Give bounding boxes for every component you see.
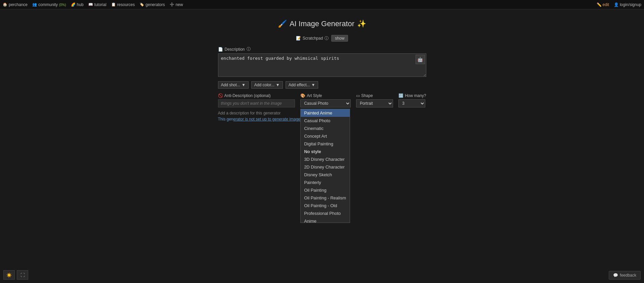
add-effect-chevron: ▼	[311, 83, 315, 87]
dropdown-item-painterly[interactable]: Painterly	[301, 179, 350, 186]
hub-icon: 🌈	[71, 2, 76, 7]
scratchpad-info-icon: ⓘ	[325, 36, 329, 41]
nav-tutorial[interactable]: 📖 tutorial	[88, 2, 106, 7]
art-style-icon: 🎨	[300, 93, 305, 98]
home-icon: 🏠	[3, 2, 7, 7]
how-many-label-text: How many?	[405, 93, 426, 98]
dropdown-item-anime[interactable]: Anime	[301, 217, 350, 223]
how-many-select[interactable]: 1 2 3 4 5	[398, 99, 425, 107]
nav-edit[interactable]: ✏️ edit	[597, 2, 609, 7]
nav-perchance[interactable]: 🏠 perchance	[3, 2, 28, 7]
add-shot-label: Add shot...	[221, 83, 240, 87]
nav-community[interactable]: 👥 community (0%)	[32, 2, 66, 7]
nav-login[interactable]: 👤 login/signup	[614, 2, 641, 7]
shape-group: ▭ Shape Portrait Landscape Square	[356, 93, 393, 107]
anti-desc-label-text: Anti-Description (optional)	[224, 93, 271, 98]
description-label-text: Description	[225, 47, 245, 52]
nav-login-label: login/signup	[620, 2, 641, 7]
how-many-icon: 🔢	[398, 93, 403, 98]
anti-desc-icon: 🚫	[218, 93, 223, 98]
expand-icon: ⛶	[20, 273, 25, 278]
dropdown-item-casual-photo[interactable]: Casual Photo	[301, 117, 350, 125]
paint-icon: 🖌️	[278, 19, 287, 28]
sun-icon: ☀️	[6, 273, 12, 278]
add-effect-dropdown[interactable]: Add effect... ▼	[286, 81, 318, 89]
anti-description-section: 🚫 Anti-Description (optional)	[218, 93, 295, 107]
community-badge: (0%)	[59, 3, 66, 7]
how-many-label: 🔢 How many?	[398, 93, 426, 98]
dropdowns-row: Add shot... ▼ Add color... ▼ Add effect.…	[218, 81, 426, 89]
resources-icon: 📋	[111, 2, 116, 7]
nav-generators[interactable]: 🏷️ generators	[139, 2, 165, 7]
nav-new[interactable]: ➕ new	[170, 2, 183, 7]
description-row: enchanted forest guarded by whimsical sp…	[218, 53, 426, 78]
dropdown-item-cinematic[interactable]: Cinematic	[301, 125, 350, 132]
description-icon: 📄	[218, 47, 223, 52]
scratchpad-text: Scratchpad	[303, 36, 323, 41]
dropdown-item-oil-painting-old[interactable]: Oil Painting - Old	[301, 202, 350, 209]
generators-icon: 🏷️	[139, 2, 144, 7]
nav-resources[interactable]: 📋 resources	[111, 2, 135, 7]
nav-community-label: community (0%)	[38, 2, 66, 7]
add-effect-label: Add effect...	[289, 83, 310, 87]
dropdown-item-disney-sketch[interactable]: Disney Sketch	[301, 171, 350, 179]
art-style-select[interactable]: Casual Photo	[300, 99, 351, 107]
feedback-button[interactable]: 💬 feedback	[609, 271, 641, 280]
description-label: 📄 Description ⓘ	[218, 46, 426, 52]
bottom-left-controls: ☀️ ⛶	[3, 270, 28, 280]
dropdown-item-professional-photo[interactable]: Professional Photo	[301, 209, 350, 217]
feedback-label: feedback	[620, 273, 636, 278]
shape-label: ▭ Shape	[356, 93, 393, 98]
add-shot-chevron: ▼	[242, 83, 246, 87]
anti-description-input[interactable]	[218, 99, 295, 107]
add-shot-dropdown[interactable]: Add shot... ▼	[218, 81, 249, 89]
robot-icon: 🤖	[417, 57, 423, 62]
dropdown-item-digital-painting[interactable]: Digital Painting	[301, 140, 350, 148]
nav-hub-label: hub	[77, 2, 84, 7]
edit-icon: ✏️	[597, 2, 602, 7]
add-description-link[interactable]: Add a description for this generator	[218, 111, 281, 115]
dropdown-item-concept-art[interactable]: Concept Art	[301, 132, 350, 140]
dropdown-item-3d-disney[interactable]: 3D Disney Character	[301, 155, 350, 163]
theme-toggle-button[interactable]: ☀️	[3, 270, 15, 280]
dropdown-item-2d-disney[interactable]: 2D Disney Character	[301, 163, 350, 171]
dropdown-item-oil-painting-realism[interactable]: Oil Painting - Realism	[301, 194, 350, 202]
description-textarea[interactable]: enchanted forest guarded by whimsical sp…	[218, 53, 426, 77]
top-navigation: 🏠 perchance 👥 community (0%) 🌈 hub 📖 tut…	[0, 0, 644, 9]
expand-button[interactable]: ⛶	[17, 270, 28, 280]
dropdown-item-oil-painting[interactable]: Oil Painting	[301, 186, 350, 194]
add-color-label: Add color...	[254, 83, 274, 87]
description-info-icon: ⓘ	[247, 46, 251, 52]
scratchpad-row: 📝 Scratchpad ⓘ show	[296, 35, 348, 42]
art-style-group: 🎨 Art Style Casual Photo Painted Anime C…	[300, 93, 351, 107]
shape-icon: ▭	[356, 93, 360, 98]
nav-tutorial-label: tutorial	[94, 2, 106, 7]
controls-row: 🚫 Anti-Description (optional) 🎨 Art Styl…	[218, 93, 426, 107]
scratchpad-icon: 📝	[296, 36, 301, 41]
scratchpad-label: 📝 Scratchpad ⓘ	[296, 36, 329, 41]
generator-info-text: This gen	[218, 117, 233, 122]
nav-resources-label: resources	[117, 2, 135, 7]
main-content: 🖌️ AI Image Generator ✨ 📝 Scratchpad ⓘ s…	[0, 9, 644, 144]
art-style-label-text: Art Style	[307, 93, 322, 98]
nav-hub[interactable]: 🌈 hub	[71, 2, 84, 7]
description-section: 📄 Description ⓘ enchanted forest guarded…	[218, 46, 426, 78]
page-title: 🖌️ AI Image Generator ✨	[278, 19, 366, 28]
nav-right: ✏️ edit 👤 login/signup	[597, 2, 641, 7]
dropdown-item-painted-anime[interactable]: Painted Anime	[301, 109, 350, 117]
page-title-text: AI Image Generator	[290, 19, 354, 28]
nav-left: 🏠 perchance 👥 community (0%) 🌈 hub 📖 tut…	[3, 2, 183, 7]
dropdown-item-no-style[interactable]: No style	[301, 148, 350, 155]
login-icon: 👤	[614, 2, 619, 7]
how-many-group: 🔢 How many? 1 2 3 4 5	[398, 93, 426, 107]
robot-button[interactable]: 🤖	[416, 55, 425, 64]
scratchpad-show-button[interactable]: show	[331, 35, 348, 42]
add-color-dropdown[interactable]: Add color... ▼	[251, 81, 283, 89]
nav-perchance-label: perchance	[9, 2, 28, 7]
add-color-chevron: ▼	[276, 83, 280, 87]
shape-label-text: Shape	[361, 93, 373, 98]
community-icon: 👥	[32, 2, 37, 7]
new-icon: ➕	[170, 2, 174, 7]
shape-select[interactable]: Portrait Landscape Square	[356, 99, 393, 107]
art-style-dropdown: Painted Anime Casual Photo Cinematic Con…	[300, 109, 350, 223]
